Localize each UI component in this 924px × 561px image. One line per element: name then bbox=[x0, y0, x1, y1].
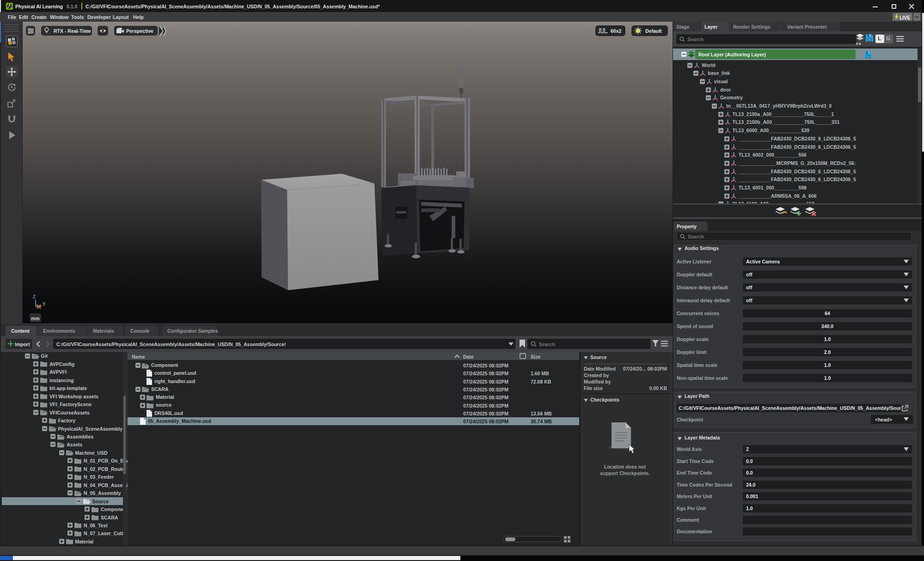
svg-text:Z: Z bbox=[33, 294, 36, 299]
svg-text:Y: Y bbox=[43, 302, 46, 307]
